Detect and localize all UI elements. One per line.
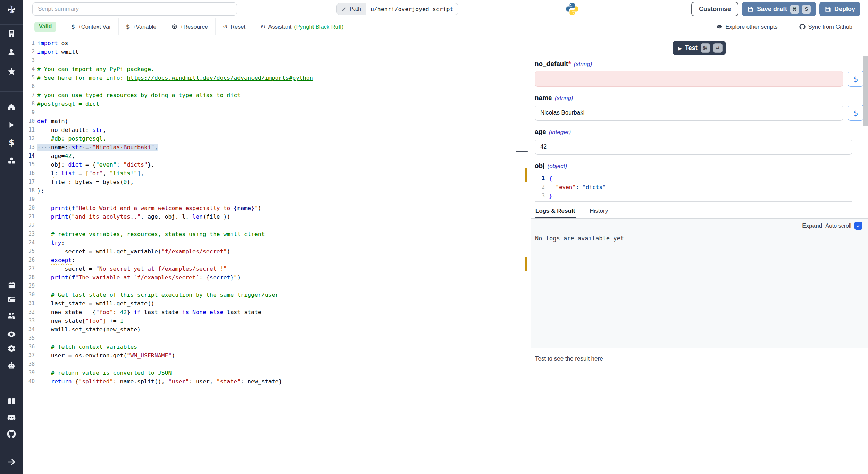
- code-line[interactable]: 21 print("and its acolytes..", age, obj,…: [23, 212, 521, 221]
- code-line[interactable]: 1import os: [23, 39, 521, 48]
- deploy-button[interactable]: Deploy: [819, 2, 860, 16]
- code-line[interactable]: 22: [23, 221, 521, 230]
- code-line[interactable]: 12 #db: postgresql,: [23, 134, 521, 143]
- sidebar-item-workspace[interactable]: [0, 26, 23, 40]
- split-divider[interactable]: [521, 36, 531, 474]
- code-line[interactable]: 28 print(f"The variable at `f/examples/s…: [23, 273, 521, 282]
- reset-button[interactable]: ↺ Reset: [223, 23, 245, 30]
- field-name: no_default: [535, 60, 568, 68]
- divider-drag-handle[interactable]: [516, 151, 528, 152]
- code-line[interactable]: 39 # return value is converted to JSON: [23, 369, 521, 377]
- insert-variable-button[interactable]: $: [848, 105, 864, 121]
- sidebar-item-discord[interactable]: [0, 411, 23, 425]
- code-line[interactable]: 38: [23, 360, 521, 369]
- sidebar-item-groups[interactable]: [0, 309, 23, 323]
- line-number: 3: [23, 56, 35, 65]
- tab-history[interactable]: History: [589, 204, 609, 218]
- code-line[interactable]: 2 "even": "dicts": [535, 183, 852, 192]
- code-line[interactable]: 27 secret = "No secret yet at f/examples…: [23, 264, 521, 273]
- sidebar-item-favorites[interactable]: [0, 65, 23, 78]
- code-line[interactable]: 25 secret = wmill.get_variable("f/exampl…: [23, 247, 521, 256]
- code-line[interactable]: 29: [23, 282, 521, 290]
- code-line[interactable]: 4# You can import any PyPi package.: [23, 65, 521, 74]
- code-line[interactable]: 5# See here for more info: https://docs.…: [23, 74, 521, 82]
- line-content: }: [549, 192, 552, 200]
- code-line[interactable]: 1{: [535, 174, 852, 183]
- tab-logs-result[interactable]: Logs & Result: [535, 204, 576, 218]
- name-input[interactable]: [535, 105, 843, 121]
- sidebar-item-audit[interactable]: [0, 327, 23, 341]
- add-context-var-button[interactable]: $ +Context Var: [71, 23, 111, 30]
- insert-variable-button[interactable]: $: [848, 71, 864, 87]
- code-line[interactable]: 20 print(f"Hello World and a warm welcom…: [23, 204, 521, 212]
- add-variable-button[interactable]: $ +Variable: [126, 23, 157, 30]
- code-line[interactable]: 40 return {"splitted": name.split(), "us…: [23, 377, 521, 386]
- code-editor[interactable]: 1import os2import wmill34# You can impor…: [23, 36, 521, 474]
- sidebar-item-settings[interactable]: [0, 341, 23, 355]
- sidebar-item-variables[interactable]: $: [0, 136, 23, 150]
- code-line[interactable]: 18):: [23, 186, 521, 195]
- code-line[interactable]: 30 # Get last state of this script execu…: [23, 290, 521, 299]
- add-resource-button[interactable]: +Resource: [172, 24, 208, 30]
- code-line[interactable]: 11 no_default: str,: [23, 126, 521, 134]
- line-number: 35: [23, 334, 35, 342]
- script-summary-input[interactable]: [32, 2, 237, 16]
- assistant-button[interactable]: ↻ Assistant (Pyright Black Ruff): [260, 23, 343, 30]
- sync-from-github-button[interactable]: Sync from Github: [799, 24, 852, 30]
- sidebar-item-resources[interactable]: [0, 153, 23, 167]
- code-line[interactable]: 24 try:: [23, 238, 521, 247]
- code-line[interactable]: 6: [23, 82, 521, 91]
- dollar-icon: $: [126, 23, 130, 30]
- code-line[interactable]: 10def main(: [23, 117, 521, 126]
- code-line[interactable]: 26 except:: [23, 256, 521, 264]
- code-line[interactable]: 36 # fetch context variables: [23, 342, 521, 351]
- panel-scrollbar[interactable]: [863, 56, 868, 126]
- line-number: 23: [23, 230, 35, 238]
- save-draft-button[interactable]: Save draft ⌘ S: [742, 2, 816, 16]
- sidebar-item-folders[interactable]: [0, 292, 23, 306]
- sidebar-item-home[interactable]: [0, 100, 23, 114]
- sidebar-item-user[interactable]: [0, 45, 23, 59]
- sidebar-item-docs[interactable]: [0, 394, 23, 408]
- customise-button[interactable]: Customise: [691, 2, 738, 16]
- code-line[interactable]: 9: [23, 108, 521, 117]
- code-line[interactable]: 17 file_: bytes = bytes(0),: [23, 178, 521, 186]
- obj-json-editor[interactable]: 1{2 "even": "dicts"3}: [535, 173, 852, 202]
- code-line[interactable]: 19: [23, 195, 521, 204]
- line-number: 12: [23, 134, 35, 143]
- test-button[interactable]: ▶ Test ⌘ ↵: [673, 41, 726, 55]
- line-content: last_state = wmill.get_state(): [37, 299, 155, 308]
- code-line[interactable]: 32 new_state = {"foo": 42} if last_state…: [23, 308, 521, 316]
- path-badge[interactable]: Path u/henri/overjoyed_script: [336, 3, 458, 15]
- sidebar-item-workers[interactable]: [0, 359, 23, 373]
- code-line[interactable]: 16 l: list = ["or", "lists!"],: [23, 169, 521, 178]
- code-line[interactable]: 34 wmill.set_state(new_state): [23, 325, 521, 334]
- code-line[interactable]: 2import wmill: [23, 48, 521, 56]
- code-line[interactable]: 33 new_state["foo"] += 1: [23, 316, 521, 325]
- line-content: # return value is converted to JSON: [37, 369, 172, 377]
- line-number: 20: [23, 204, 35, 212]
- age-input[interactable]: [535, 139, 852, 155]
- autoscroll-checkbox[interactable]: ✓: [854, 222, 862, 230]
- no-default-input[interactable]: [535, 71, 843, 87]
- field-row: [535, 139, 864, 155]
- code-line[interactable]: 35: [23, 334, 521, 342]
- code-line[interactable]: 31 last_state = wmill.get_state(): [23, 299, 521, 308]
- sidebar-item-schedules[interactable]: [0, 278, 23, 292]
- code-line[interactable]: 3: [23, 56, 521, 65]
- code-line[interactable]: 13····name:·str·=·"Nicolas·Bourbaki",: [23, 143, 521, 152]
- expand-button[interactable]: Expand: [802, 223, 823, 229]
- line-content: ):: [37, 186, 44, 195]
- sidebar-item-runs[interactable]: [0, 118, 23, 132]
- code-line[interactable]: 14 age=42,: [23, 152, 521, 160]
- sidebar-item-github[interactable]: [0, 427, 23, 441]
- explore-other-scripts-button[interactable]: Explore other scripts: [716, 24, 777, 30]
- code-line[interactable]: 7# you can use typed resources by doing …: [23, 91, 521, 100]
- code-line[interactable]: 3}: [535, 192, 852, 200]
- windmill-logo[interactable]: [0, 2, 23, 16]
- code-line[interactable]: 8#postgresql = dict: [23, 100, 521, 108]
- sidebar-collapse-toggle[interactable]: [0, 455, 23, 469]
- code-line[interactable]: 15 obj: dict = {"even": "dicts"},: [23, 160, 521, 169]
- code-line[interactable]: 37 user = os.environ.get("WM_USERNAME"): [23, 351, 521, 360]
- code-line[interactable]: 23 # retrieve variables, resources, stat…: [23, 230, 521, 238]
